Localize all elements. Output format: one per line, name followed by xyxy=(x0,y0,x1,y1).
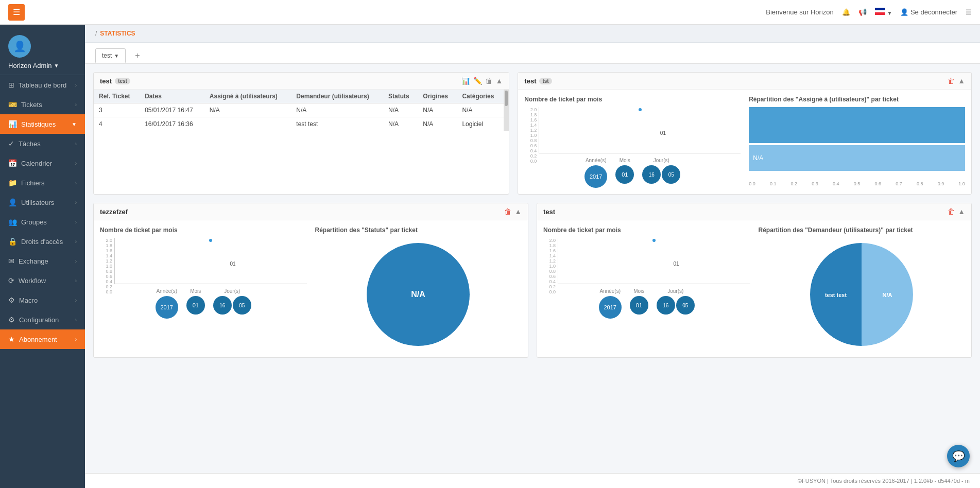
sidebar-item-fichiers[interactable]: 📁 Fichiers › xyxy=(0,173,85,193)
month-selector-bot: Mois 01 xyxy=(630,288,648,319)
collapse-icon-right[interactable]: ▲ xyxy=(958,77,965,85)
logout-link[interactable]: 👤 Se déconnecter xyxy=(900,8,957,16)
day-circle-16[interactable]: 16 xyxy=(642,165,661,184)
collapse-icon-tez[interactable]: ▲ xyxy=(514,207,522,216)
delete-icon[interactable]: 🗑 xyxy=(485,77,492,85)
treemap-title: Répartition des "Assigné à (utilisateurs… xyxy=(749,96,965,103)
day-16-bot[interactable]: 16 xyxy=(657,296,675,315)
edit-icon[interactable]: ✏️ xyxy=(473,77,482,85)
panel-title-text: test xyxy=(100,77,112,85)
tab-test[interactable]: test ▼ xyxy=(95,48,126,63)
col-status: Statuts xyxy=(383,90,418,103)
svg-text:N/A: N/A xyxy=(411,290,425,299)
cell-date: 05/01/2017 16:47 xyxy=(140,103,204,117)
menu-icon[interactable]: ☰ xyxy=(966,8,972,16)
workflow-icon: ⟳ xyxy=(8,276,14,285)
day-label-bot: Jour(s) xyxy=(657,288,695,294)
sidebar-label-tableau: Tableau de bord xyxy=(19,81,66,89)
collapse-icon[interactable]: ▲ xyxy=(495,77,503,85)
panel-table-actions: 📊 ✏️ 🗑 ▲ xyxy=(461,77,503,85)
year-circle-bot[interactable]: 2017 xyxy=(599,296,622,319)
sidebar-item-statistiques[interactable]: 📊 Statistiques ▼ xyxy=(0,114,85,134)
user-chevron-icon: ▼ xyxy=(54,63,59,68)
sidebar-label-droits: Droits d'accès xyxy=(21,238,63,246)
exchange-icon: ✉ xyxy=(8,257,14,265)
sidebar-item-calendrier[interactable]: 📅 Calendrier › xyxy=(0,153,85,173)
cell-status: N/A xyxy=(383,117,418,131)
navbar-left: ☰ xyxy=(8,4,25,21)
day-selector-tez: Jour(s) 16 05 xyxy=(213,288,251,319)
day-16-tez[interactable]: 16 xyxy=(213,296,232,315)
stats-container: test test 📊 ✏️ 🗑 ▲ xyxy=(85,64,980,374)
hamburger-button[interactable]: ☰ xyxy=(8,4,25,21)
main-content: / STATISTICS test ▼ + test test xyxy=(85,25,980,488)
scrollbar[interactable] xyxy=(504,90,509,131)
language-selector[interactable]: ▼ xyxy=(875,8,892,16)
panel-charts-actions: 🗑 ▲ xyxy=(948,77,965,85)
year-selector-bot: Année(s) 2017 xyxy=(599,288,622,319)
utilisateurs-arrow-icon: › xyxy=(75,200,77,205)
sidebar-item-abonnement[interactable]: ★ Abonnement › xyxy=(0,329,85,349)
tickets-arrow-icon: › xyxy=(75,102,77,108)
panel-test-bottom-actions: 🗑 ▲ xyxy=(948,207,965,216)
breadcrumb: / STATISTICS xyxy=(85,25,980,43)
configuration-arrow-icon: › xyxy=(75,317,77,323)
day-circles-bot: 16 05 xyxy=(657,296,695,315)
droits-icon: 🔒 xyxy=(8,237,17,246)
sidebar-item-tickets[interactable]: 🎫 Tickets › xyxy=(0,95,85,114)
month-circle[interactable]: 01 xyxy=(615,165,634,184)
tickets-icon: 🎫 xyxy=(8,100,17,109)
day-05-bot[interactable]: 05 xyxy=(676,296,695,315)
tableau-arrow-icon: › xyxy=(75,82,77,88)
broadcast-icon[interactable]: 📢 xyxy=(858,8,867,16)
day-circles-tez: 16 05 xyxy=(213,296,251,315)
day-circle-05[interactable]: 05 xyxy=(662,165,680,184)
sidebar-user: 👤 Horizon Admin ▼ xyxy=(0,25,85,75)
delete-icon-bot[interactable]: 🗑 xyxy=(948,207,955,216)
day-selector-bot: Jour(s) 16 05 xyxy=(657,288,695,319)
bars-tez: 01 xyxy=(114,238,307,284)
taches-arrow-icon: › xyxy=(75,141,77,147)
chart-section-bot: Nombre de ticket par mois 2.01.81.61.41.… xyxy=(537,220,971,357)
sidebar-item-configuration[interactable]: ⚙ Configuration › xyxy=(0,310,85,329)
sidebar-label-exchange: Exchange xyxy=(19,257,48,265)
delete-icon-tez[interactable]: 🗑 xyxy=(504,207,511,216)
day-05-tez[interactable]: 05 xyxy=(233,296,251,315)
panel-test-table-title: test test xyxy=(100,77,130,85)
workflow-arrow-icon: › xyxy=(75,278,77,284)
sidebar-username[interactable]: Horizon Admin ▼ xyxy=(8,62,59,69)
fichiers-arrow-icon: › xyxy=(75,180,77,186)
scrollbar-thumb xyxy=(505,91,508,106)
chart-icon[interactable]: 📊 xyxy=(461,77,470,85)
delete-icon-right[interactable]: 🗑 xyxy=(948,77,955,85)
panel-test-table: test test 📊 ✏️ 🗑 ▲ xyxy=(93,72,509,195)
sidebar-label-configuration: Configuration xyxy=(19,316,59,324)
sidebar-item-exchange[interactable]: ✉ Exchange › xyxy=(0,251,85,271)
layout: 👤 Horizon Admin ▼ ⊞ Tableau de bord › 🎫 … xyxy=(0,0,980,488)
pie-chart-title-tez: Répartition des "Statuts" par ticket xyxy=(315,226,522,234)
abonnement-arrow-icon: › xyxy=(75,337,77,342)
notification-bell-icon[interactable]: 🔔 xyxy=(842,8,850,16)
y-axis-bot: 2.01.81.61.41.2 1.00.80.60.40.20.0 xyxy=(543,238,556,284)
month-circle-tez[interactable]: 01 xyxy=(186,296,205,315)
sidebar-item-workflow[interactable]: ⟳ Workflow › xyxy=(0,271,85,290)
panel-tezzefzef-header: tezzefzef 🗑 ▲ xyxy=(94,203,528,220)
sidebar-item-tableau[interactable]: ⊞ Tableau de bord › xyxy=(0,75,85,95)
month-circle-bot[interactable]: 01 xyxy=(630,296,648,315)
year-circle[interactable]: 2017 xyxy=(584,165,607,188)
sidebar-item-macro[interactable]: ⚙ Macro › xyxy=(0,290,85,310)
sidebar-item-utilisateurs[interactable]: 👤 Utilisateurs › xyxy=(0,193,85,212)
sidebar-item-droits[interactable]: 🔒 Droits d'accès › xyxy=(0,232,85,251)
sidebar-item-taches[interactable]: ✓ Tâches › xyxy=(0,134,85,153)
flag-icon xyxy=(875,8,885,15)
tab-dropdown-icon[interactable]: ▼ xyxy=(114,53,119,59)
cell-ref: 3 xyxy=(94,103,140,117)
collapse-icon-bot[interactable]: ▲ xyxy=(958,207,965,216)
year-circle-tez[interactable]: 2017 xyxy=(156,296,178,319)
sidebar-item-groupes[interactable]: 👥 Groupes › xyxy=(0,212,85,232)
tab-add-button[interactable]: + xyxy=(130,48,145,63)
panel-test-charts: test tst 🗑 ▲ Nombre de ticket par mois xyxy=(518,72,972,195)
bar-label-tez: 01 xyxy=(230,261,236,267)
calendrier-icon: 📅 xyxy=(8,159,17,167)
chat-button[interactable]: 💬 xyxy=(947,445,970,467)
